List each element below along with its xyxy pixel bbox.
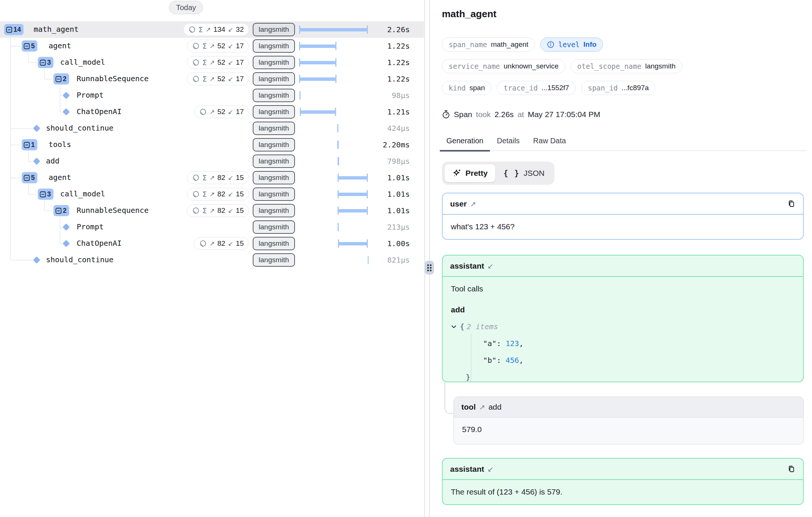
trace-row[interactable]: should_continuelangsmith424µs: [0, 120, 424, 137]
vendor-badge: langsmith: [253, 187, 295, 201]
panel-resize-divider[interactable]: [424, 0, 434, 517]
duration-bar: [338, 207, 368, 215]
arrow-up-right-icon: ↗: [209, 42, 215, 50]
summary-duration: 2.26s: [495, 110, 514, 119]
metadata-badge-kind: kindspan: [442, 81, 492, 95]
copy-button[interactable]: [787, 200, 796, 208]
tokens-coin-icon: [192, 75, 200, 83]
trace-row[interactable]: 1toolslangsmith2.20ms: [0, 137, 424, 153]
trace-row[interactable]: ChatOpenAI↗82↙15langsmith1.00s: [0, 235, 424, 252]
trace-row[interactable]: 5agentΣ↗82↙15langsmith1.01s: [0, 169, 424, 186]
duration-label: 213µs: [387, 223, 410, 232]
tokens-coin-icon: [192, 207, 200, 214]
trace-row[interactable]: 2RunnableSequenceΣ↗82↙15langsmith1.01s: [0, 202, 424, 219]
trace-row[interactable]: 2RunnableSequenceΣ↗52↙17langsmith1.22s: [0, 71, 424, 87]
trace-row[interactable]: ChatOpenAI↗52↙17langsmith1.21s: [0, 104, 424, 120]
sigma-icon: Σ: [199, 25, 203, 34]
trace-row-label: call_model: [60, 189, 105, 198]
span-details-panel: math_agent span_namemath_agentlevelInfo …: [434, 0, 812, 517]
items-count-label: 2 items: [467, 322, 498, 331]
trace-tree-panel: Today 14math_agentΣ↗134↙32langsmith2.26s…: [0, 0, 424, 517]
duration-label: 798µs: [387, 157, 410, 166]
vendor-badge: langsmith: [253, 237, 295, 250]
leaf-diamond-icon: [62, 92, 70, 99]
arrow-up-right-icon: ↗: [209, 174, 215, 181]
tokens-coin-icon: [192, 59, 200, 66]
minus-square-icon: [24, 175, 30, 181]
duration-tick: [337, 124, 339, 132]
tree-connector-line: [11, 128, 33, 129]
tree-connector-line: [60, 112, 62, 112]
token-count-badge: Σ↗52↙17: [187, 56, 249, 69]
assistant-toolcall-card: assistant ↙ Tool calls add { 2 items: [442, 255, 804, 382]
tab-details[interactable]: Details: [490, 135, 526, 150]
arrow-up-right-icon: ↗: [209, 207, 215, 214]
token-count-badge: Σ↗82↙15: [187, 204, 249, 217]
trace-row-label: should_continue: [46, 123, 114, 132]
vendor-badge: langsmith: [253, 105, 295, 119]
token-count-badge: Σ↗82↙15: [187, 171, 249, 184]
collapse-count-badge[interactable]: 1: [22, 139, 37, 150]
tab-generation[interactable]: Generation: [440, 135, 490, 150]
vendor-badge: langsmith: [253, 204, 295, 217]
leaf-diamond-icon: [62, 108, 70, 116]
langsmith-trace-view: Today 14math_agentΣ↗134↙32langsmith2.26s…: [0, 0, 812, 517]
trace-row-label: Prompt: [77, 91, 104, 100]
collapse-count-badge[interactable]: 14: [4, 24, 24, 35]
duration-label: 1.01s: [387, 206, 410, 215]
toggle-json[interactable]: { }JSON: [496, 164, 552, 182]
duration-label: 2.20ms: [383, 140, 410, 149]
tree-connector-line: [44, 68, 44, 79]
trace-row[interactable]: 14math_agentΣ↗134↙32langsmith2.26s: [0, 21, 424, 38]
collapse-count-badge[interactable]: 5: [22, 172, 37, 183]
trace-row-label: should_continue: [46, 255, 114, 264]
copy-button[interactable]: [787, 465, 796, 473]
view-mode-toggle: Pretty{ }JSON: [442, 162, 554, 185]
vendor-badge: langsmith: [253, 220, 295, 234]
arrow-down-left-icon: ↙: [228, 190, 233, 198]
arrow-up-right-icon: ↗: [209, 240, 215, 247]
token-count-badge: Σ↗52↙17: [187, 40, 249, 52]
collapse-count-badge[interactable]: 3: [38, 189, 53, 200]
tool-result-content: 579.0: [454, 417, 803, 441]
assistant-toolcall-body: Tool calls add { 2 items "a": 123,: [443, 277, 803, 382]
minus-square-icon: [24, 142, 30, 148]
trace-row[interactable]: 5agentΣ↗52↙17langsmith1.22s: [0, 38, 424, 54]
trace-row[interactable]: should_continuelangsmith821µs: [0, 252, 424, 268]
detail-tabs: GenerationDetailsRaw Data: [440, 135, 807, 151]
duration-label: 1.00s: [387, 239, 410, 248]
duration-label: 2.26s: [387, 25, 410, 34]
trace-row[interactable]: addlangsmith798µs: [0, 153, 424, 169]
metadata-badge-span_name: span_namemath_agent: [442, 37, 535, 52]
assistant-toolcall-header: assistant ↙: [443, 256, 803, 277]
trace-row[interactable]: 3call_modelΣ↗82↙15langsmith1.01s: [0, 186, 424, 202]
vendor-badge: langsmith: [253, 56, 295, 69]
arrow-up-right-icon: ↗: [470, 200, 476, 208]
tree-connector-line: [44, 79, 52, 79]
summary-at: at: [517, 110, 524, 119]
collapse-count-badge[interactable]: 2: [53, 205, 69, 216]
tree-connector-line: [11, 145, 21, 145]
duration-bar: [338, 239, 368, 248]
collapse-count-badge[interactable]: 3: [38, 57, 53, 68]
trace-row[interactable]: Promptlangsmith213µs: [0, 219, 424, 235]
collapse-count-badge[interactable]: 5: [22, 40, 37, 52]
collapse-count-badge[interactable]: 2: [53, 73, 69, 85]
trace-row[interactable]: Promptlangsmith98µs: [0, 87, 424, 104]
tree-connector-line: [28, 52, 28, 62]
toggle-pretty[interactable]: Pretty: [445, 164, 495, 182]
tree-connector-line: [11, 260, 33, 260]
chevron-down-icon[interactable]: [451, 324, 457, 330]
tab-raw-data[interactable]: Raw Data: [526, 135, 573, 150]
leaf-diamond-icon: [33, 256, 40, 264]
tool-result-header: tool ↗ add: [454, 397, 803, 417]
json-indent-guide: [471, 334, 471, 382]
toolcall-connector-line: [445, 382, 454, 414]
trace-row[interactable]: 3call_modelΣ↗52↙17langsmith1.22s: [0, 54, 424, 71]
resize-handle-icon[interactable]: [425, 261, 434, 275]
arrow-down-left-icon: ↙: [487, 262, 493, 270]
leaf-diamond-icon: [62, 223, 70, 231]
tree-connector-line: [28, 161, 33, 162]
open-brace: {: [460, 322, 464, 331]
tree-connector-line: [60, 217, 60, 244]
